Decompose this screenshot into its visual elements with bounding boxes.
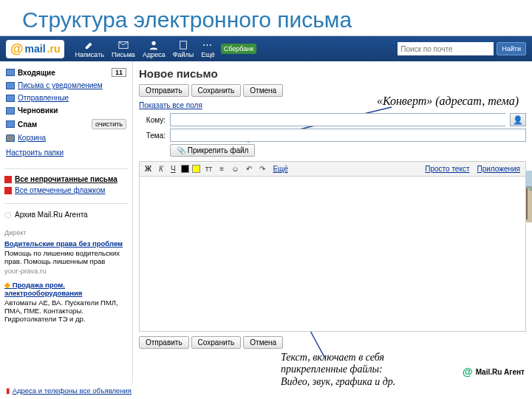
more-tools[interactable]: Ещё: [270, 164, 290, 174]
at-icon: @: [10, 41, 24, 57]
subject-input[interactable]: [170, 129, 526, 142]
search-bar: Найти: [398, 42, 526, 55]
nav-contacts[interactable]: Адреса: [143, 40, 166, 58]
save-button[interactable]: Сохранить: [191, 84, 242, 97]
ad1-url[interactable]: your-prava.ru: [4, 267, 128, 275]
align-button[interactable]: ≡: [217, 164, 226, 174]
folder-drafts-label: Черновики: [18, 106, 58, 115]
filter-marked[interactable]: Все отмеченные флажком: [4, 185, 128, 196]
underline-button[interactable]: Ч: [168, 164, 178, 174]
cancel-button[interactable]: Отмена: [243, 84, 283, 97]
ad1-text: Помощь по лишению водительских прав. Пом…: [4, 249, 120, 265]
logo-brand: mail: [25, 43, 46, 55]
mail-logo[interactable]: @mail.ru: [6, 40, 64, 58]
pencil-icon: [84, 40, 95, 50]
bold-button[interactable]: Ж: [143, 164, 154, 174]
folder-flagged-label: Письма с уведомлением: [18, 81, 103, 89]
nav-contacts-label: Адреса: [143, 51, 166, 58]
agent-archive[interactable]: ◌Архив Mail.Ru Агента: [4, 208, 128, 221]
nav-mail-label: Письма: [112, 51, 135, 58]
folder-icon: [6, 95, 15, 102]
nav-compose-label: Написать: [75, 51, 104, 58]
folder-flagged[interactable]: Письма с уведомлением: [4, 79, 128, 92]
plain-text-link[interactable]: Просто текст: [423, 164, 471, 174]
ad2-title-label: Продажа пром. электрооборудования: [4, 281, 82, 297]
tag-icon: ◆: [4, 281, 13, 289]
nav-files-label: Файлы: [173, 51, 194, 58]
top-nav: Написать Письма Адреса Файлы ⋯Ещё: [75, 40, 214, 58]
folder-spam[interactable]: Спам очистить: [4, 117, 128, 132]
folder-trash[interactable]: Корзина: [4, 132, 128, 144]
promo-badge[interactable]: Сбербанк: [221, 44, 256, 54]
attach-button[interactable]: 📎 Прикрепить файл: [170, 144, 255, 157]
top-bar: @mail.ru Написать Письма Адреса Файлы ⋯Е…: [0, 36, 532, 61]
mail-agent-label: Mail.Ru Агент: [476, 368, 525, 376]
italic-button[interactable]: К: [157, 164, 166, 174]
folder-spam-label: Спам: [18, 120, 37, 129]
bottom-side-label: Адреса и телефоны все объявления: [13, 386, 132, 395]
filter-unread-label: Все непрочитанные письма: [15, 175, 117, 183]
logo-tld: .ru: [47, 43, 61, 55]
apps-link[interactable]: Приложения: [474, 164, 522, 174]
filter-unread[interactable]: Все непрочитанные письма: [4, 174, 128, 185]
folder-drafts[interactable]: Черновики: [4, 104, 128, 117]
clip-icon: 📎: [177, 146, 188, 154]
sidebar: Входящие 11 Письма с уведомлением Отправ…: [0, 61, 133, 383]
highlight-button[interactable]: [192, 165, 200, 173]
save-button-bottom[interactable]: Сохранить: [191, 336, 242, 349]
folder-icon: [6, 107, 15, 115]
font-size-button[interactable]: тТ: [203, 164, 215, 174]
filter-marked-label: Все отмеченные флажком: [15, 186, 105, 194]
compose-heading: Новое письмо: [139, 66, 526, 84]
folder-sent-label: Отправленные: [18, 94, 69, 102]
editor-toolbar: Ж К Ч тТ ≡ ☺ ↶ ↷ Ещё Просто текст Прилож…: [139, 161, 526, 177]
color-button[interactable]: [181, 165, 189, 173]
folder-icon: [6, 82, 15, 89]
subject-label: Тема:: [139, 132, 166, 140]
address-book-button[interactable]: 👤: [510, 113, 526, 126]
undo-button[interactable]: ↶: [244, 164, 254, 174]
folder-icon: [6, 120, 15, 128]
search-input[interactable]: [398, 42, 494, 55]
svg-rect-2: [180, 41, 187, 49]
content-area: Новое письмо Отправить Сохранить Отмена …: [133, 61, 532, 383]
folder-inbox[interactable]: Входящие 11: [4, 66, 128, 79]
inbox-count-badge: 11: [112, 68, 126, 77]
nav-more[interactable]: ⋯Ещё: [201, 40, 214, 58]
clear-spam-button[interactable]: очистить: [92, 119, 126, 129]
files-icon: [178, 40, 188, 50]
nav-files[interactable]: Файлы: [173, 40, 194, 58]
mail-agent-widget[interactable]: @ Mail.Ru Агент: [463, 366, 525, 378]
folder-trash-label: Корзина: [18, 134, 46, 142]
send-button[interactable]: Отправить: [139, 84, 189, 97]
show-all-fields-link[interactable]: Показать все поля: [139, 100, 526, 111]
ad2-text: Автоматы АЕ, ВА. Пускатели ПМЛ, ПМА, ПМЕ…: [4, 299, 118, 323]
flag-icon: ▮: [6, 386, 10, 395]
cancel-button-bottom[interactable]: Отмена: [243, 336, 283, 349]
search-button[interactable]: Найти: [497, 42, 526, 55]
flag-icon: [4, 176, 12, 183]
annotation-body: Текст, включает в себя прикрепленные фай…: [281, 352, 395, 389]
redo-button[interactable]: ↷: [257, 164, 267, 174]
agent-icon: @: [463, 366, 473, 378]
ad1-title[interactable]: Водительские права без проблем: [4, 239, 128, 248]
to-input[interactable]: [170, 113, 505, 126]
envelope-icon: [118, 40, 129, 50]
attach-label: Прикрепить файл: [188, 146, 249, 154]
message-body-editor[interactable]: [139, 177, 526, 332]
folder-inbox-label: Входящие: [18, 69, 55, 77]
dots-icon: ⋯: [202, 40, 213, 50]
ads-header: Директ: [4, 229, 26, 236]
nav-mail[interactable]: Письма: [112, 40, 135, 58]
emoji-button[interactable]: ☺: [229, 164, 241, 174]
svg-point-1: [152, 41, 156, 44]
send-button-bottom[interactable]: Отправить: [139, 336, 189, 349]
folder-sent[interactable]: Отправленные: [4, 92, 128, 104]
folder-icon: [6, 69, 15, 76]
manage-folders-link[interactable]: Настроить папки: [4, 144, 128, 161]
ad2-title[interactable]: ◆ Продажа пром. электрооборудования: [4, 281, 128, 297]
circle-icon: ◌: [4, 210, 12, 219]
bottom-side-link[interactable]: ▮ Адреса и телефоны все объявления: [6, 386, 132, 395]
nav-compose[interactable]: Написать: [75, 40, 104, 58]
person-icon: 👤: [513, 115, 523, 125]
